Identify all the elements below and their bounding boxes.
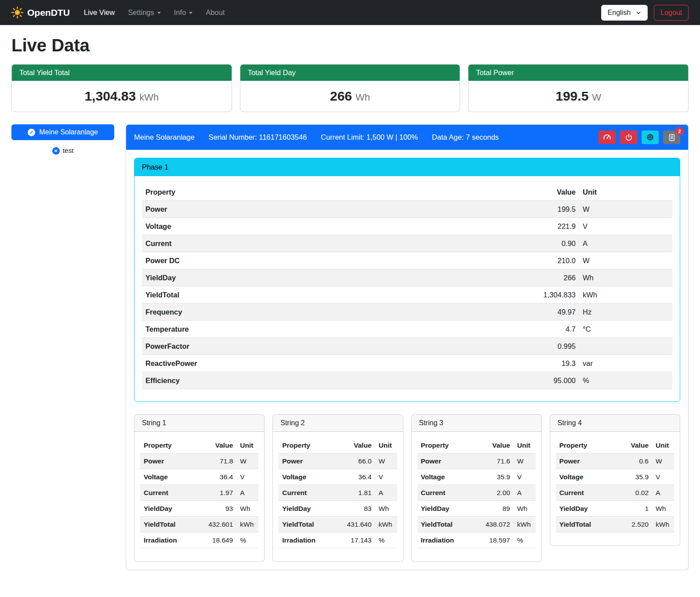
unit-cell: Wh	[579, 269, 672, 286]
unit-cell: kWh	[652, 517, 674, 532]
property-cell: YieldTotal	[279, 517, 341, 532]
property-cell: Power	[556, 453, 619, 469]
value-cell: 210.0	[513, 252, 579, 269]
nav-info[interactable]: Info	[168, 5, 199, 20]
table-row: YieldDay93Wh	[140, 501, 258, 517]
property-header: Property	[142, 184, 513, 201]
property-cell: Voltage	[140, 469, 203, 485]
value-cell: 4.7	[513, 321, 579, 338]
unit-cell: Wh	[236, 501, 258, 517]
navbar-right: English Logout	[601, 5, 689, 21]
total-yield-total-card: Total Yield Total 1,304.83kWh	[11, 64, 232, 112]
nav-live-view[interactable]: Live View	[78, 5, 121, 20]
value-cell: 2.00	[480, 485, 514, 501]
phase-card-title: Phase 1	[134, 158, 680, 176]
brand-link[interactable]: OpenDTU	[11, 7, 70, 18]
table-row: YieldTotal2.520kWh	[556, 517, 674, 532]
summary-cards-row: Total Yield Total 1,304.83kWh Total Yiel…	[11, 64, 689, 112]
sidebar-item-meine-solaranlage[interactable]: ✓ Meine Solaranlage	[11, 124, 114, 140]
property-cell: Power	[417, 453, 480, 469]
journal-icon	[668, 134, 676, 141]
total-yield-total-unit: kWh	[139, 92, 159, 103]
string-card-title: String 4	[550, 415, 680, 432]
power-button[interactable]	[620, 130, 637, 144]
unit-cell: V	[236, 469, 258, 485]
card-header: Total Yield Day	[240, 65, 460, 81]
property-cell: YieldDay	[140, 501, 203, 517]
table-row: Voltage36.4V	[140, 469, 258, 485]
total-power-value: 199.5	[555, 89, 588, 103]
unit-cell: A	[579, 235, 672, 252]
cpu-icon	[646, 133, 654, 141]
unit-cell: %	[236, 532, 258, 548]
table-row: YieldDay83Wh	[279, 501, 397, 517]
total-yield-day-card: Total Yield Day 266Wh	[240, 64, 461, 112]
property-cell: Current	[556, 485, 619, 501]
property-cell: Frequency	[142, 304, 513, 321]
table-row: Power0.6W	[556, 453, 674, 469]
property-cell: Temperature	[142, 321, 513, 338]
event-log-button[interactable]: 2	[663, 130, 680, 144]
unit-cell: %	[375, 532, 397, 548]
value-cell: 49.97	[513, 304, 579, 321]
sidebar-item-test[interactable]: ✕ test	[11, 147, 114, 155]
value-header: Value	[513, 184, 579, 201]
property-cell: Irradiation	[279, 532, 341, 548]
unit-header: Unit	[652, 438, 674, 453]
string-card-body: Property Value Unit Power0.6W Voltage35.…	[550, 432, 680, 546]
limit-settings-button[interactable]	[598, 130, 616, 144]
table-row: Power DC210.0W	[142, 252, 672, 269]
unit-cell: %	[514, 532, 536, 548]
inverter-panel-header: Meine Solaranlage Serial Number: 1161716…	[126, 125, 688, 150]
value-cell: 0.995	[513, 338, 579, 355]
power-icon	[625, 134, 633, 141]
string-3-card: String 3 Property Value Unit	[411, 414, 542, 562]
data-age: Data Age: 7 seconds	[432, 133, 499, 141]
event-count-badge: 2	[675, 127, 684, 135]
total-yield-total-value: 1,304.83	[84, 89, 136, 103]
unit-cell: A	[375, 485, 397, 501]
property-cell: YieldTotal	[556, 517, 619, 532]
value-cell: 199.5	[513, 201, 579, 218]
unit-cell: kWh	[579, 286, 672, 304]
value-cell: 95.000	[513, 372, 579, 389]
nav-about[interactable]: About	[199, 5, 231, 20]
value-cell: 35.9	[619, 469, 652, 485]
table-row: Power66.0W	[279, 453, 397, 469]
nav-settings[interactable]: Settings	[122, 5, 167, 20]
property-cell: YieldDay	[556, 501, 619, 517]
unit-cell: W	[579, 201, 672, 218]
property-cell: Voltage	[142, 218, 513, 235]
table-header-row: Property Value Unit	[279, 438, 397, 453]
value-cell: 18.597	[480, 532, 514, 548]
table-header-row: Property Value Unit	[417, 438, 536, 453]
unit-cell: V	[514, 469, 536, 485]
value-cell: 18.649	[203, 532, 236, 548]
property-cell: Efficiency	[142, 372, 513, 389]
property-cell: Power DC	[142, 252, 513, 269]
string-card-body: Property Value Unit Power71.6W Voltage35…	[412, 432, 541, 561]
phase-card: Phase 1 Property Value Unit	[134, 158, 680, 402]
main-container: Live Data Total Yield Total 1,304.83kWh …	[0, 36, 700, 583]
value-cell: 83	[342, 501, 375, 517]
table-row: Current0.02A	[556, 485, 674, 501]
page-title: Live Data	[11, 36, 689, 55]
unit-cell: A	[652, 485, 674, 501]
property-cell: Voltage	[556, 469, 619, 485]
table-row: YieldTotal432.601kWh	[140, 517, 258, 532]
language-select[interactable]: English	[601, 5, 648, 21]
table-row: Voltage35.9V	[417, 469, 536, 485]
logout-button[interactable]: Logout	[654, 5, 689, 21]
table-row: YieldTotal431.640kWh	[279, 517, 397, 532]
property-cell: ReactivePower	[142, 355, 513, 372]
property-cell: Voltage	[417, 469, 480, 485]
table-row: YieldDay266Wh	[142, 269, 672, 286]
device-info-button[interactable]	[642, 130, 659, 144]
table-row: Irradiation18.597%	[417, 532, 536, 548]
value-cell: 438.072	[480, 517, 514, 532]
unit-cell: %	[579, 372, 672, 389]
property-cell: Irradiation	[140, 532, 203, 548]
nav-settings-label: Settings	[128, 8, 154, 17]
unit-cell: W	[514, 453, 536, 469]
unit-header: Unit	[579, 184, 672, 201]
